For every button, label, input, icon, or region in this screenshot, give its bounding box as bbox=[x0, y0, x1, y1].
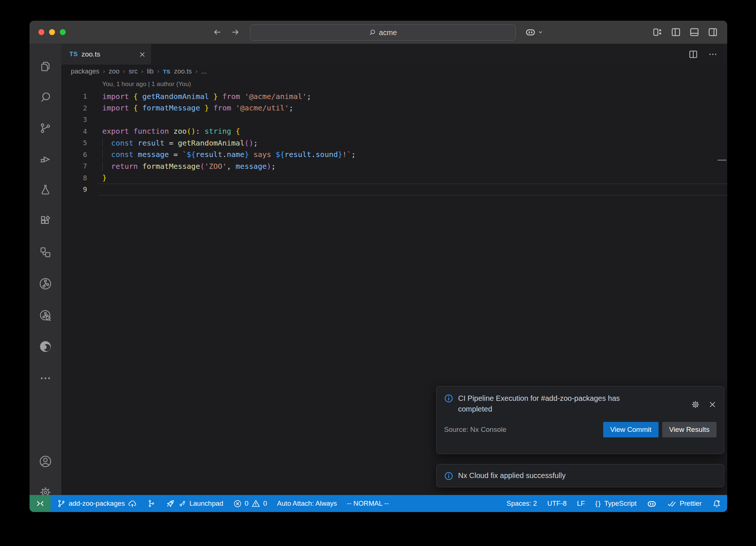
formatter-item[interactable]: Prettier bbox=[667, 499, 702, 508]
encoding-label: UTF-8 bbox=[547, 499, 567, 508]
run-and-debug-icon[interactable] bbox=[30, 153, 61, 165]
git-graph-item[interactable] bbox=[147, 499, 156, 508]
traffic-lights bbox=[38, 29, 66, 35]
breadcrumb-file[interactable]: zoo.ts bbox=[174, 68, 192, 75]
notifications-bell-item[interactable] bbox=[712, 499, 721, 508]
toggle-primary-sidebar-icon[interactable] bbox=[670, 27, 681, 38]
code-line[interactable]: 9 bbox=[61, 184, 727, 195]
breadcrumb-item[interactable]: packages bbox=[71, 68, 99, 75]
indentation-item[interactable]: Spaces: 2 bbox=[506, 499, 537, 508]
info-icon bbox=[444, 393, 453, 414]
code-editor[interactable]: You, 1 hour ago | 1 author (You) 1import… bbox=[61, 78, 727, 195]
code-line[interactable]: 1import { getRandomAnimal } from '@acme/… bbox=[61, 91, 727, 102]
double-check-icon bbox=[667, 499, 677, 508]
code-line[interactable]: 2import { formatMessage } from '@acme/ut… bbox=[61, 102, 727, 114]
screenshot-root: acme bbox=[0, 0, 756, 546]
account-icon[interactable] bbox=[30, 455, 61, 468]
customize-layout-icon[interactable] bbox=[652, 27, 663, 38]
toggle-panel-icon[interactable] bbox=[689, 27, 700, 38]
copilot-status-item[interactable] bbox=[647, 499, 657, 509]
close-tab-icon[interactable] bbox=[139, 51, 146, 58]
breadcrumb-overflow[interactable]: ... bbox=[201, 68, 207, 75]
code-line[interactable]: 7 return formatMessage('ZOO', message); bbox=[61, 160, 727, 172]
code-line[interactable]: 3 bbox=[61, 114, 727, 126]
notification-settings-gear-icon[interactable] bbox=[691, 395, 700, 414]
chevron-right-icon: › bbox=[103, 68, 105, 75]
tab-zoo-ts[interactable]: TS zoo.ts bbox=[61, 44, 151, 65]
encoding-item[interactable]: UTF-8 bbox=[547, 499, 567, 508]
line-number: 5 bbox=[61, 139, 87, 147]
rocket-icon bbox=[166, 499, 175, 508]
bell-icon bbox=[712, 499, 721, 508]
copilot-icon[interactable] bbox=[525, 27, 536, 38]
line-number: 7 bbox=[61, 162, 87, 170]
code-text: const result = getRandomAnimal(); bbox=[87, 139, 258, 147]
close-window-button[interactable] bbox=[38, 29, 44, 35]
vscode-window: acme bbox=[30, 21, 727, 512]
git-branch-item[interactable]: add-zoo-packages bbox=[57, 499, 137, 508]
git-graph-icon bbox=[147, 499, 156, 508]
error-count: 0 bbox=[245, 499, 248, 508]
problems-item[interactable]: 0 0 bbox=[233, 499, 267, 508]
search-value: acme bbox=[379, 28, 397, 37]
line-number: 6 bbox=[61, 151, 87, 158]
gitlens-search-icon[interactable] bbox=[30, 309, 61, 322]
source-control-icon[interactable] bbox=[30, 122, 61, 134]
tab-bar: TS zoo.ts bbox=[61, 44, 727, 65]
line-number: 4 bbox=[61, 127, 87, 135]
remote-indicator[interactable] bbox=[30, 495, 51, 512]
launchpad-item[interactable]: Launchpad bbox=[166, 499, 223, 508]
more-views-icon[interactable] bbox=[30, 372, 61, 385]
breadcrumb-item[interactable]: lib bbox=[147, 68, 154, 75]
split-editor-icon[interactable] bbox=[688, 49, 698, 59]
zoom-window-button[interactable] bbox=[60, 29, 66, 35]
minimize-window-button[interactable] bbox=[49, 29, 55, 35]
vim-mode-item[interactable]: -- NORMAL -- bbox=[347, 499, 389, 508]
code-line[interactable]: 5 const result = getRandomAnimal(); bbox=[61, 137, 727, 149]
braces-icon: {} bbox=[595, 499, 601, 508]
code-text: } bbox=[87, 173, 107, 182]
editor-more-actions-icon[interactable] bbox=[708, 50, 718, 59]
chevron-down-icon[interactable] bbox=[537, 29, 543, 35]
breadcrumb-item[interactable]: src bbox=[129, 68, 138, 75]
explorer-icon[interactable] bbox=[30, 60, 61, 73]
code-line[interactable]: 8} bbox=[61, 172, 727, 184]
nx-console-icon[interactable] bbox=[30, 246, 61, 259]
gitlens-icon[interactable] bbox=[30, 277, 61, 290]
command-center-search[interactable]: acme bbox=[250, 24, 516, 41]
code-lines: 1import { getRandomAnimal } from '@acme/… bbox=[61, 91, 727, 195]
warnings-icon bbox=[251, 499, 260, 508]
toggle-secondary-sidebar-icon[interactable] bbox=[707, 27, 718, 38]
back-arrow-icon[interactable] bbox=[213, 27, 222, 37]
language-label: TypeScript bbox=[604, 499, 636, 508]
code-line[interactable]: 6 const message = `${result.name} says $… bbox=[61, 149, 727, 161]
auto-attach-item[interactable]: Auto Attach: Always bbox=[277, 499, 337, 508]
notification-pipeline: CI Pipeline Execution for #add-zoo-packa… bbox=[436, 386, 724, 454]
language-mode-item[interactable]: {} TypeScript bbox=[595, 499, 637, 508]
view-commit-button[interactable]: View Commit bbox=[603, 422, 659, 437]
edge-devtools-icon[interactable] bbox=[30, 340, 61, 353]
line-number: 9 bbox=[61, 185, 87, 193]
view-results-button[interactable]: View Results bbox=[662, 422, 717, 437]
code-text: export function zoo(): string { bbox=[87, 127, 240, 136]
forward-arrow-icon[interactable] bbox=[230, 27, 240, 37]
eol-label: LF bbox=[577, 499, 585, 508]
line-number: 3 bbox=[61, 116, 87, 123]
notification-source: Source: Nx Console bbox=[444, 426, 506, 434]
search-icon bbox=[369, 29, 376, 36]
testing-icon[interactable] bbox=[30, 183, 61, 196]
breadcrumb-item[interactable]: zoo bbox=[109, 68, 119, 75]
status-bar: add-zoo-packages Launchpad 0 0 Auto Atta… bbox=[30, 495, 727, 512]
extensions-icon[interactable] bbox=[30, 214, 61, 227]
eol-item[interactable]: LF bbox=[577, 499, 585, 508]
code-line[interactable]: 4export function zoo(): string { bbox=[61, 126, 727, 137]
warning-count: 0 bbox=[263, 499, 267, 508]
info-icon bbox=[444, 471, 453, 481]
chevron-right-icon: › bbox=[196, 68, 197, 75]
notification-close-icon[interactable] bbox=[708, 395, 717, 414]
search-view-icon[interactable] bbox=[30, 91, 61, 103]
vim-mode-label: -- NORMAL -- bbox=[347, 499, 389, 508]
git-blame-annotation[interactable]: You, 1 hour ago | 1 author (You) bbox=[61, 78, 727, 91]
auto-attach-label: Auto Attach: Always bbox=[277, 499, 337, 508]
branch-name: add-zoo-packages bbox=[69, 499, 125, 508]
